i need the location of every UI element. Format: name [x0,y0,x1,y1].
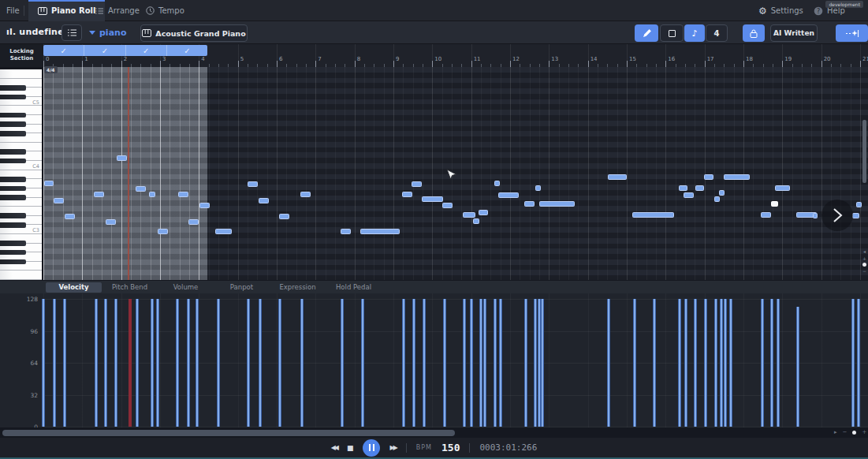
midi-note[interactable] [178,192,188,197]
midi-note[interactable] [149,192,155,197]
velocity-bar[interactable] [114,299,117,427]
velocity-bar[interactable] [770,299,773,427]
velocity-bar[interactable] [136,299,139,427]
velocity-bar[interactable] [633,299,636,427]
velocity-bar[interactable] [714,299,717,427]
velocity-bar[interactable] [300,299,304,427]
piano-key-black[interactable] [0,222,26,228]
piano-key-black[interactable] [0,250,26,256]
note-snap-button[interactable]: ♪ [684,24,705,42]
midi-note[interactable] [412,181,422,187]
zoom-handle-icon[interactable] [862,263,866,267]
stop-button[interactable]: ■ [347,444,354,452]
velocity-bar[interactable] [720,299,723,427]
rewind-button[interactable]: ◀◀ [331,444,337,451]
velocity-bar[interactable] [156,299,159,427]
piano-key-black[interactable] [0,121,26,127]
zoom-arrow-icon[interactable]: ▸ [834,429,837,435]
midi-note[interactable] [279,214,289,219]
piano-key-black[interactable] [0,186,26,192]
midi-note[interactable] [852,213,859,218]
pause-button[interactable] [363,439,380,457]
piano-key-black[interactable] [0,95,26,100]
locking-check-1[interactable]: ✓ [84,45,125,56]
piano-key-black[interactable] [0,177,26,182]
midi-note[interactable] [402,192,412,197]
tab-tempo[interactable]: Tempo [146,0,184,21]
controller-tab-hold-pedal[interactable]: Hold Pedal [326,282,382,293]
pencil-tool-button[interactable] [635,24,658,42]
velocity-bar[interactable] [443,299,446,427]
midi-note[interactable] [539,201,575,207]
snap-value-box[interactable]: 4 [706,24,728,42]
piano-key-black[interactable] [0,149,26,155]
generate-button[interactable] [836,24,868,42]
velocity-bar[interactable] [607,299,610,427]
controller-tab-pitch-bend[interactable]: Pitch Bend [102,282,158,293]
playhead[interactable] [128,67,129,280]
midi-note[interactable] [463,212,475,218]
piano-key-black[interactable] [0,259,26,265]
controller-tab-velocity[interactable]: Velocity [46,282,102,293]
velocity-bar[interactable] [479,299,482,427]
piano-key-black[interactable] [0,241,26,246]
zoom-in-icon[interactable]: + [862,429,866,435]
midi-note[interactable] [479,210,488,215]
midi-note[interactable] [360,229,400,234]
velocity-bar[interactable] [361,299,364,427]
velocity-bar[interactable] [341,299,344,427]
velocity-bar[interactable] [851,299,855,427]
midi-note[interactable] [94,192,104,197]
vertical-scrollbar[interactable] [862,120,866,183]
velocity-bar[interactable] [729,299,732,427]
midi-note[interactable] [524,201,535,207]
zoom-arrow-icon[interactable]: ◂ [863,248,866,254]
midi-note[interactable] [719,190,725,196]
midi-note[interactable] [695,185,704,191]
zoom-out-icon[interactable]: − [843,429,848,435]
velocity-bar[interactable] [95,299,98,427]
controller-tab-expression[interactable]: Expression [270,282,326,293]
velocity-bar[interactable] [534,299,537,427]
midi-note[interactable] [684,192,694,198]
fast-forward-button[interactable]: ▶▶ [389,444,396,451]
select-tool-button[interactable] [660,24,684,42]
midi-note[interactable] [136,186,146,192]
grid-zoom-controls[interactable]: ◂ + − [861,248,868,274]
velocity-bar[interactable] [724,299,727,427]
midi-note[interactable] [632,212,674,218]
velocity-bar[interactable] [470,299,473,427]
velocity-bar-playhead[interactable] [129,299,132,427]
bpm-value[interactable]: 150 [441,442,460,453]
velocity-bar[interactable] [412,299,415,427]
velocity-bar[interactable] [259,299,262,427]
horizontal-scrollbar-thumb[interactable] [2,430,455,436]
zoom-handle-icon[interactable] [852,431,856,435]
midi-note[interactable] [494,181,500,186]
velocity-bar[interactable] [684,299,687,427]
piano-key-black[interactable] [0,195,26,200]
instrument-button[interactable]: Acoustic Grand Piano [140,24,248,42]
midi-note[interactable] [473,218,479,224]
midi-note[interactable] [188,219,199,225]
midi-note[interactable] [679,185,687,191]
midi-note[interactable] [44,181,54,186]
track-selector[interactable]: piano [89,28,126,38]
lock-button[interactable] [743,24,765,42]
midi-note[interactable] [856,202,862,207]
midi-note[interactable] [724,174,750,180]
midi-note[interactable] [117,155,127,161]
midi-note[interactable] [54,198,64,203]
controller-tab-panpot[interactable]: Panpot [214,282,270,293]
piano-key-black[interactable] [0,159,26,164]
tab-piano-roll[interactable]: Piano Roll [28,0,105,21]
velocity-bar[interactable] [499,299,502,427]
velocity-bar[interactable] [463,299,466,427]
velocity-bar[interactable] [761,299,764,427]
midi-note[interactable] [442,203,453,208]
velocity-bar[interactable] [402,299,405,427]
velocity-bar[interactable] [176,299,179,427]
velocity-zoom-controls[interactable]: ▸ − + [834,429,866,435]
midi-note[interactable] [259,198,269,203]
midi-note[interactable] [341,229,351,234]
